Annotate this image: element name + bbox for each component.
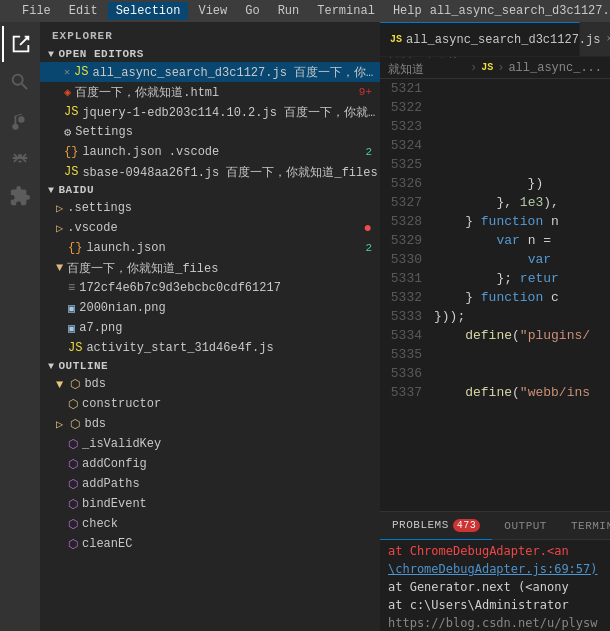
folder-vscode[interactable]: ▷ .vscode ● <box>40 218 380 238</box>
menu-item-file[interactable]: File <box>14 2 59 20</box>
line-num-5336: 5336 <box>380 364 422 383</box>
activity-bar <box>0 22 40 631</box>
file-a7-name: a7.png <box>79 321 122 335</box>
open-editor-name-4: Settings <box>75 125 133 139</box>
open-editor-item-4[interactable]: ⚙ Settings <box>40 122 380 142</box>
outline-constructor[interactable]: ⬡ constructor <box>40 394 380 414</box>
editor-tab-active[interactable]: JS all_async_search_d3c1127.js × <box>380 22 580 56</box>
extensions-activity-icon[interactable] <box>2 178 38 214</box>
outline-method-icon-5: ⬡ <box>68 517 78 532</box>
code-content[interactable]: }) }, 1e3), } function n var n = var }; … <box>430 79 610 511</box>
json-file-icon-5: {} <box>64 145 78 159</box>
code-line-5324 <box>434 136 610 155</box>
panel-url-1[interactable]: https://blog.csdn.net/u/plysw <box>388 616 598 630</box>
panel-link-1[interactable]: \chromeDebugAdapter.js:69:57) <box>388 562 598 576</box>
code-line-5326: }) <box>434 174 610 193</box>
titlebar: FileEditSelectionViewGoRunTerminalHelp a… <box>0 0 610 22</box>
breadcrumb-part-3: all_async_... <box>508 61 602 75</box>
file-2000nian[interactable]: ▣ 2000nian.png <box>40 298 380 318</box>
menu-item-view[interactable]: View <box>190 2 235 20</box>
line-num-5326: 5326 <box>380 174 422 193</box>
file-hash[interactable]: ≡ 172cf4e6b7c9d3ebcbc0cdf61217 <box>40 278 380 298</box>
outline-section[interactable]: ▼ OUTLINE <box>40 358 380 374</box>
code-line-5323 <box>434 117 610 136</box>
file-launch-json[interactable]: {} launch.json 2 <box>40 238 380 258</box>
file-activity-start[interactable]: JS activity_start_31d46e4f.js <box>40 338 380 358</box>
terminal-tab[interactable]: TERMINAL <box>559 512 610 540</box>
line-num-5332: 5332 <box>380 288 422 307</box>
baidu-section[interactable]: ▼ BAIDU <box>40 182 380 198</box>
outline-isValidKey[interactable]: ⬡ _isValidKey <box>40 434 380 454</box>
menu-item-help[interactable]: Help <box>385 2 430 20</box>
baidu-arrow: ▼ <box>48 185 55 196</box>
panel-normal-2: at c:\Users\Administrator <box>388 598 569 612</box>
search-activity-icon[interactable] <box>2 64 38 100</box>
open-editors-arrow: ▼ <box>48 49 55 60</box>
menu-item-run[interactable]: Run <box>270 2 308 20</box>
outline-bds-1-name: bds <box>84 377 106 391</box>
code-line-5329: var n = <box>434 231 610 250</box>
open-editor-name-2: 百度一下，你就知道.html <box>75 84 219 101</box>
outline-addConfig[interactable]: ⬡ addConfig <box>40 454 380 474</box>
code-line-5335 <box>434 345 610 364</box>
code-line-5337: define("webb/ins <box>434 383 610 402</box>
outline-cleanEC[interactable]: ⬡ cleanEC <box>40 534 380 554</box>
explorer-activity-icon[interactable] <box>2 26 38 62</box>
breadcrumb-part-1: 百度一下，你就知道_files <box>388 57 466 79</box>
js-file-icon: JS <box>74 65 88 79</box>
folder-settings[interactable]: ▷ .settings <box>40 198 380 218</box>
outline-cleanEC-name: cleanEC <box>82 537 132 551</box>
outline-bindEvent-name: bindEvent <box>82 497 147 511</box>
outline-bds-2[interactable]: ▷ ⬡ bds <box>40 414 380 434</box>
outline-method-icon-2: ⬡ <box>68 457 78 472</box>
open-editors-section[interactable]: ▼ OPEN EDITORS <box>40 46 380 62</box>
outline-bds-2-name: bds <box>84 417 106 431</box>
js-file-icon-3: JS <box>64 105 78 119</box>
menu-item-selection[interactable]: Selection <box>108 2 189 20</box>
open-editors-label: OPEN EDITORS <box>59 48 144 60</box>
outline-addPaths[interactable]: ⬡ addPaths <box>40 474 380 494</box>
code-line-5336 <box>434 364 610 383</box>
folder-settings-icon: ▷ <box>56 201 63 216</box>
outline-isValidKey-name: _isValidKey <box>82 437 161 451</box>
problems-tab[interactable]: PROBLEMS 473 <box>380 512 492 540</box>
open-editor-item-3[interactable]: JS jquery-1-edb203c114.10.2.js 百度一下，你就..… <box>40 102 380 122</box>
panel-error-text-1: at ChromeDebugAdapter.<an <box>388 544 569 558</box>
debug-activity-icon[interactable] <box>2 140 38 176</box>
menu-item-edit[interactable]: Edit <box>61 2 106 20</box>
line-num-5335: 5335 <box>380 345 422 364</box>
sidebar-content: ▼ OPEN EDITORS ✕ JS all_async_search_d3c… <box>40 46 380 631</box>
close-icon-1[interactable]: ✕ <box>64 66 70 78</box>
editor-tab-label: all_async_search_d3c1127.js <box>406 33 600 47</box>
code-editor[interactable]: 5321 5322 5323 5324 5325 5326 5327 5328 … <box>380 79 610 511</box>
line-num-5322: 5322 <box>380 98 422 117</box>
code-line-5332: } function c <box>434 288 610 307</box>
outline-class-icon-1: ▼ ⬡ <box>56 377 80 392</box>
file-a7[interactable]: ▣ a7.png <box>40 318 380 338</box>
open-editor-badge-5: 2 <box>365 146 372 158</box>
problems-tab-label: PROBLEMS <box>392 519 449 531</box>
source-control-activity-icon[interactable] <box>2 102 38 138</box>
tab-js-icon: JS <box>390 34 402 45</box>
open-editor-item-1[interactable]: ✕ JS all_async_search_d3c1127.js 百度一下，你就… <box>40 62 380 82</box>
html-file-icon: ◈ <box>64 85 71 100</box>
tab-close-button[interactable]: × <box>606 34 610 45</box>
panel-line-4: at c:\Users\Administrator <box>388 598 602 616</box>
outline-method-icon-4: ⬡ <box>68 497 78 512</box>
menu-item-terminal[interactable]: Terminal <box>309 2 383 20</box>
file-launch-badge: 2 <box>365 242 372 254</box>
code-line-5322 <box>434 98 610 117</box>
open-editor-item-5[interactable]: {} launch.json .vscode 2 <box>40 142 380 162</box>
outline-bindEvent[interactable]: ⬡ bindEvent <box>40 494 380 514</box>
outline-check[interactable]: ⬡ check <box>40 514 380 534</box>
open-editor-item-6[interactable]: JS sbase-0948aa26f1.js 百度一下，你就知道_files <box>40 162 380 182</box>
line-num-5324: 5324 <box>380 136 422 155</box>
outline-bds-1[interactable]: ▼ ⬡ bds <box>40 374 380 394</box>
output-tab[interactable]: OUTPUT <box>492 512 559 540</box>
folder-vscode-icon: ▷ <box>56 221 63 236</box>
menu-item-go[interactable]: Go <box>237 2 267 20</box>
open-editor-name-6: sbase-0948aa26f1.js 百度一下，你就知道_files <box>82 164 377 181</box>
folder-baidu-files[interactable]: ▼ 百度一下，你就知道_files <box>40 258 380 278</box>
code-line-5328: } function n <box>434 212 610 231</box>
open-editor-item-2[interactable]: ◈ 百度一下，你就知道.html 9+ <box>40 82 380 102</box>
